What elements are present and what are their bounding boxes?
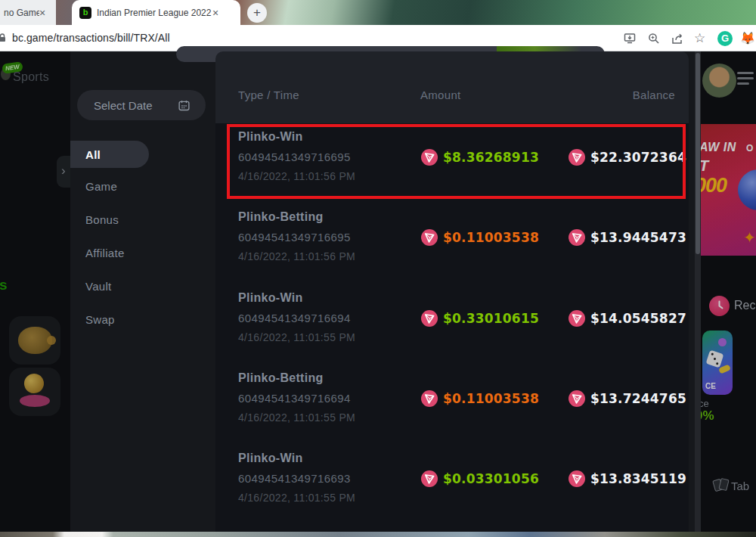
table-games-cards-icon bbox=[713, 478, 730, 493]
trx-coin-icon bbox=[569, 390, 585, 407]
tx-amount: $0.11003538 bbox=[443, 391, 539, 406]
sparkle-icon: ✦ bbox=[743, 228, 756, 247]
trx-coin-icon bbox=[421, 310, 438, 327]
tab-strip: no Games × b Indian Premier League 2022 … bbox=[0, 0, 756, 25]
bookmark-star-icon[interactable]: ☆ bbox=[694, 30, 705, 46]
trx-coin-icon bbox=[569, 310, 585, 327]
filter-tab-bonus[interactable]: Bonus bbox=[85, 212, 119, 228]
new-tab-button[interactable]: + bbox=[247, 3, 267, 23]
tx-time: 4/16/2022, 11:01:55 PM bbox=[238, 331, 355, 343]
lock-icon bbox=[0, 33, 8, 43]
browser-window: no Games × b Indian Premier League 2022 … bbox=[0, 0, 756, 537]
tx-time: 4/16/2022, 11:01:55 PM bbox=[238, 411, 355, 424]
tx-type: Plinko-Betting bbox=[238, 371, 324, 385]
tx-balance-group: $13.8345119 bbox=[569, 470, 686, 487]
tx-id: 60494541349716693 bbox=[238, 472, 351, 485]
calendar-icon bbox=[178, 99, 191, 112]
coins-promo-tile bbox=[9, 368, 60, 416]
tx-balance: $13.9445473 bbox=[590, 230, 686, 245]
tx-id: 60494541349716695 bbox=[238, 231, 351, 244]
tx-balance: $13.7244765 bbox=[590, 391, 686, 406]
tx-balance-group: $13.9445473 bbox=[569, 229, 686, 246]
tx-time: 4/16/2022, 11:01:56 PM bbox=[238, 170, 355, 182]
share-icon[interactable] bbox=[671, 32, 684, 45]
tx-balance-group: $22.3072364 bbox=[569, 149, 686, 166]
url-input[interactable]: bc.game/transactions/bill/TRX/All bbox=[12, 25, 170, 51]
tx-balance-group: $14.0545827 bbox=[569, 310, 686, 327]
tx-type: Plinko-Win bbox=[238, 291, 303, 305]
trx-coin-icon bbox=[569, 229, 585, 246]
tab-title: no Games bbox=[0, 8, 39, 18]
promo-banner: AW IN O T 000 ✦ bbox=[701, 124, 756, 256]
bcgame-favicon-icon: b bbox=[79, 7, 91, 19]
tx-time: 4/16/2022, 11:01:55 PM bbox=[238, 492, 355, 504]
save-page-icon[interactable] bbox=[623, 32, 637, 45]
taskbar-edge bbox=[0, 532, 756, 537]
metamask-extension-icon[interactable]: 🦊 bbox=[740, 31, 755, 45]
tx-amount-group: $0.11003538 bbox=[421, 390, 539, 407]
column-header-balance: Balance bbox=[633, 88, 675, 102]
tx-amount-group: $8.36268913 bbox=[421, 149, 539, 166]
dice-ball bbox=[718, 338, 727, 346]
tx-id: 60494541349716694 bbox=[238, 312, 351, 324]
close-tab-icon[interactable]: × bbox=[39, 8, 45, 18]
sidebar-item-sports: Sports bbox=[13, 70, 49, 84]
banner-text: AW IN bbox=[701, 141, 736, 154]
filter-tab-game[interactable]: Game bbox=[85, 178, 117, 195]
chevron-right-icon: › bbox=[61, 163, 66, 178]
dice-caption-fragment: ce bbox=[701, 398, 709, 409]
transaction-row[interactable]: Plinko-Win 60494541349716694 4/16/2022, … bbox=[215, 290, 689, 365]
banner-prize-number: 000 bbox=[701, 174, 727, 197]
trx-coin-icon bbox=[569, 149, 585, 166]
list-header-background bbox=[215, 51, 689, 123]
trx-coin-icon bbox=[421, 470, 438, 487]
user-avatar bbox=[702, 64, 736, 98]
vertical-scrollbar[interactable] bbox=[695, 51, 701, 532]
transactions-panel: Type / Time Amount Balance Select Date A… bbox=[70, 51, 695, 532]
recent-clock-icon bbox=[709, 296, 730, 316]
tab-title: Indian Premier League 2022 - Fe bbox=[91, 8, 212, 18]
hamburger-menu-icon bbox=[737, 72, 754, 88]
site-right-edge: AW IN O T 000 ✦ Rec CE ce 9% Tab bbox=[701, 51, 756, 532]
page-content: NEW Sports › s bbox=[0, 51, 756, 532]
piggy-bank-promo-tile bbox=[9, 316, 60, 365]
zoom-icon[interactable] bbox=[647, 32, 661, 45]
close-tab-icon[interactable]: × bbox=[212, 8, 218, 18]
scrollbar-thumb[interactable] bbox=[696, 53, 700, 254]
tx-type: Plinko-Betting bbox=[238, 210, 324, 224]
tab-indian-premier-league[interactable]: b Indian Premier League 2022 - Fe × bbox=[72, 0, 240, 25]
coin-base bbox=[20, 395, 50, 407]
banner-ball-icon bbox=[738, 169, 756, 210]
trx-coin-icon bbox=[569, 470, 585, 487]
transaction-row[interactable]: Plinko-Win 60494541349716693 4/16/2022, … bbox=[215, 450, 689, 526]
transaction-row[interactable]: Plinko-Betting 60494541349716695 4/16/20… bbox=[215, 209, 689, 284]
filter-tab-vault[interactable]: Vault bbox=[85, 278, 112, 295]
piggy-snout bbox=[47, 336, 56, 345]
tx-id: 60494541349716694 bbox=[238, 392, 351, 405]
filter-label: All bbox=[70, 148, 101, 161]
filter-tab-affiliate[interactable]: Affiliate bbox=[85, 245, 125, 262]
tx-amount: $0.33010615 bbox=[443, 311, 539, 326]
filter-tab-all[interactable]: All bbox=[70, 141, 149, 168]
tab-casino-games[interactable]: no Games × bbox=[0, 0, 56, 25]
dice-icon bbox=[706, 350, 724, 368]
trx-coin-icon bbox=[421, 390, 438, 407]
tx-balance: $14.0545827 bbox=[590, 311, 686, 326]
tx-time: 4/16/2022, 11:01:56 PM bbox=[238, 250, 355, 262]
filter-tab-swap[interactable]: Swap bbox=[85, 312, 115, 328]
column-header-type-time: Type / Time bbox=[238, 88, 299, 102]
rtp-percentage: 9% bbox=[701, 408, 714, 424]
site-left-sidebar: NEW Sports › s bbox=[0, 51, 70, 532]
tx-amount: $0.03301056 bbox=[443, 471, 539, 486]
grammarly-extension-icon[interactable]: G bbox=[717, 31, 733, 46]
dice-game-tile: CE bbox=[702, 331, 733, 395]
dice-tile-label: CE bbox=[705, 382, 716, 390]
tx-amount: $8.36268913 bbox=[443, 150, 539, 165]
tx-amount-group: $0.33010615 bbox=[421, 310, 539, 327]
transaction-row[interactable]: Plinko-Win 60494541349716695 4/16/2022, … bbox=[215, 129, 689, 204]
trx-coin-icon bbox=[421, 229, 438, 246]
tx-balance: $22.3072364 bbox=[590, 150, 686, 165]
transaction-row[interactable]: Plinko-Betting 60494541349716694 4/16/20… bbox=[215, 370, 689, 445]
select-date-button[interactable]: Select Date bbox=[77, 90, 206, 120]
tx-type: Plinko-Win bbox=[238, 130, 303, 144]
